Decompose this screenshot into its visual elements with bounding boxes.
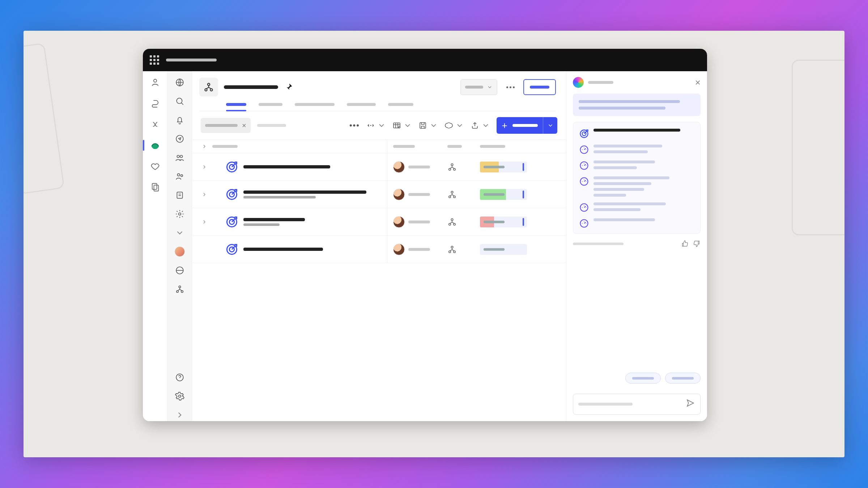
nav-settings2-icon[interactable] bbox=[174, 390, 186, 402]
nav-doc-icon[interactable] bbox=[174, 189, 186, 201]
progress-bar[interactable] bbox=[480, 189, 527, 200]
owner-avatar[interactable] bbox=[393, 216, 405, 228]
svg-point-36 bbox=[451, 218, 453, 220]
owner-avatar[interactable] bbox=[393, 244, 405, 255]
thumbs-down-icon[interactable] bbox=[693, 240, 701, 248]
svg-point-43 bbox=[454, 251, 455, 252]
nav-compass-icon[interactable] bbox=[174, 133, 186, 145]
copilot-tool[interactable] bbox=[444, 121, 464, 130]
svg-point-13 bbox=[179, 286, 180, 288]
thumbs-up-icon[interactable] bbox=[681, 240, 689, 248]
progress-bar[interactable] bbox=[480, 244, 527, 255]
copilot-item[interactable] bbox=[579, 145, 694, 155]
nav-org-icon[interactable] bbox=[174, 283, 186, 295]
rail-heart-icon[interactable] bbox=[149, 160, 161, 172]
goal-row[interactable] bbox=[192, 153, 566, 181]
copilot-toggle-button[interactable] bbox=[523, 79, 556, 95]
progress-bar[interactable] bbox=[480, 162, 527, 172]
collapse-all-icon[interactable] bbox=[201, 144, 208, 149]
svg-point-7 bbox=[180, 155, 183, 158]
app-title bbox=[166, 59, 217, 61]
save-tool[interactable] bbox=[418, 121, 438, 130]
toolbar: × ••• + bbox=[192, 111, 566, 140]
owner-avatar[interactable] bbox=[393, 161, 405, 173]
team-icon[interactable] bbox=[442, 153, 474, 180]
goal-icon bbox=[225, 243, 238, 256]
progress-bar[interactable] bbox=[480, 217, 527, 227]
tab[interactable] bbox=[226, 103, 246, 111]
team-icon[interactable] bbox=[442, 181, 474, 208]
copilot-input[interactable] bbox=[573, 394, 701, 415]
filter-chip-close-icon[interactable]: × bbox=[242, 121, 246, 130]
tab[interactable] bbox=[388, 103, 413, 111]
svg-rect-10 bbox=[177, 192, 182, 198]
copilot-timestamp bbox=[573, 243, 624, 245]
expand-icon[interactable] bbox=[201, 219, 208, 225]
copilot-response-footer bbox=[573, 240, 701, 248]
copilot-header: × bbox=[566, 71, 707, 94]
svg-point-20 bbox=[210, 89, 212, 91]
nav-team-icon[interactable] bbox=[174, 170, 186, 183]
expand-icon[interactable] bbox=[201, 164, 208, 170]
copilot-item[interactable] bbox=[579, 202, 694, 213]
copilot-close-icon[interactable]: × bbox=[695, 77, 701, 88]
suggestion-chip[interactable] bbox=[625, 373, 661, 384]
app-launcher-icon[interactable] bbox=[148, 53, 161, 67]
nav-bell-icon[interactable] bbox=[174, 114, 186, 126]
nav-section-collapse-icon[interactable] bbox=[174, 227, 186, 239]
columns-tool[interactable] bbox=[392, 121, 412, 130]
svg-point-9 bbox=[180, 175, 182, 176]
nav-help-icon[interactable] bbox=[174, 371, 186, 384]
copilot-logo-icon bbox=[573, 77, 584, 88]
expand-icon[interactable] bbox=[201, 192, 208, 197]
pin-icon[interactable] bbox=[284, 82, 293, 92]
svg-point-6 bbox=[177, 155, 179, 158]
page-header bbox=[192, 71, 566, 111]
goal-row[interactable] bbox=[192, 208, 566, 236]
copilot-item[interactable] bbox=[579, 160, 694, 171]
nav-search-icon[interactable] bbox=[174, 95, 186, 107]
svg-point-33 bbox=[454, 196, 455, 197]
expand-tool[interactable] bbox=[366, 121, 386, 130]
svg-point-11 bbox=[178, 213, 181, 215]
copilot-response-card bbox=[573, 122, 701, 234]
new-goal-button[interactable]: + bbox=[497, 117, 557, 134]
tab[interactable] bbox=[347, 103, 376, 111]
new-goal-split[interactable] bbox=[543, 117, 557, 134]
nav-avatar[interactable] bbox=[174, 245, 186, 258]
rail-viva-goals-icon[interactable] bbox=[149, 139, 161, 151]
copilot-item[interactable] bbox=[579, 218, 694, 228]
suggestion-chip[interactable] bbox=[665, 373, 701, 384]
nav-globe2-icon[interactable] bbox=[174, 264, 186, 277]
plus-icon: + bbox=[497, 120, 512, 131]
tab[interactable] bbox=[259, 103, 282, 111]
metric-icon bbox=[579, 202, 589, 213]
team-icon[interactable] bbox=[442, 236, 474, 263]
send-icon[interactable] bbox=[686, 398, 695, 410]
goal-row[interactable] bbox=[192, 181, 566, 208]
nav-globe-icon[interactable] bbox=[174, 76, 186, 89]
nav-expand-icon[interactable] bbox=[174, 409, 186, 421]
tab[interactable] bbox=[295, 103, 335, 111]
view-selector[interactable] bbox=[460, 79, 497, 95]
rail-knot-icon[interactable] bbox=[149, 118, 161, 130]
more-button[interactable] bbox=[502, 79, 518, 95]
svg-point-22 bbox=[399, 127, 400, 128]
rail-loop-icon[interactable] bbox=[149, 97, 161, 110]
filter-chip[interactable]: × bbox=[201, 118, 251, 133]
owner-name bbox=[408, 221, 430, 223]
owner-avatar[interactable] bbox=[393, 189, 405, 200]
copilot-item[interactable] bbox=[579, 176, 694, 197]
metric-icon bbox=[579, 160, 589, 171]
nav-people-icon[interactable] bbox=[174, 151, 186, 164]
goal-icon bbox=[225, 160, 238, 174]
main-content: × ••• + bbox=[192, 71, 566, 421]
team-icon[interactable] bbox=[442, 208, 474, 235]
nav-settings-icon[interactable] bbox=[174, 208, 186, 220]
rail-copy-icon[interactable] bbox=[149, 181, 161, 193]
rail-home-icon[interactable] bbox=[149, 76, 161, 89]
more-tool[interactable]: ••• bbox=[349, 121, 360, 130]
share-tool[interactable] bbox=[471, 121, 490, 130]
metric-icon bbox=[579, 218, 589, 228]
goal-row[interactable] bbox=[192, 236, 566, 263]
